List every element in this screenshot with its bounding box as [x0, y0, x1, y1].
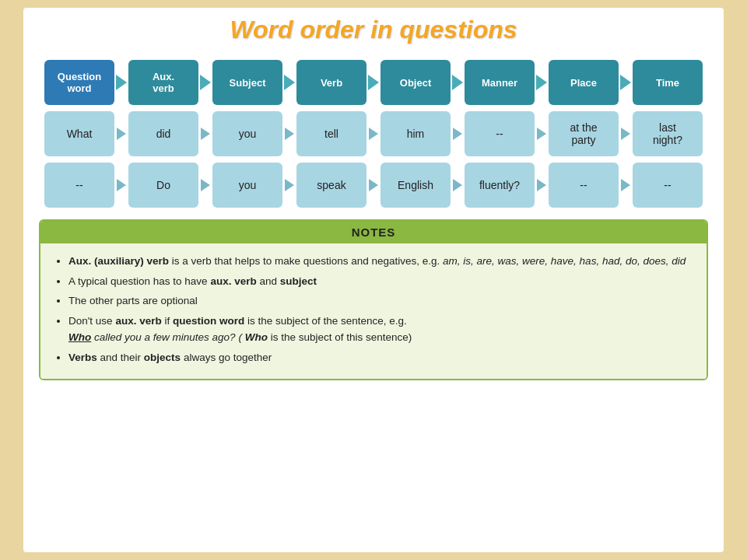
header-verb: Verb — [296, 60, 366, 105]
row1-cell-2: you — [212, 111, 282, 156]
note-item-2: A typical question has to have aux. verb… — [68, 273, 694, 290]
row2-cell-6: -- — [549, 163, 619, 208]
page-title: Word order in questions — [39, 16, 708, 44]
header-manner: Manner — [465, 60, 535, 105]
row2-cell-5: fluently? — [465, 163, 535, 208]
small-arrow-r1-5 — [451, 128, 465, 140]
row1-cell-1: did — [128, 111, 198, 156]
row1-cell-5: -- — [465, 111, 535, 156]
note5-text2: always go together — [184, 352, 272, 363]
row2-cell-0: -- — [44, 163, 114, 208]
row1-cell-0: What — [44, 111, 114, 156]
small-arrow-r2-4 — [366, 179, 381, 191]
note4-text3: is the subject of the sentence, e.g. — [247, 315, 407, 327]
notes-heading: NOTES — [40, 221, 707, 243]
arrow-7 — [619, 75, 633, 90]
row2-cell-7: -- — [633, 163, 703, 208]
arrow-1 — [114, 75, 128, 90]
row1-cell-4: him — [381, 111, 451, 156]
notes-body: Aux. (auxiliary) verb is a verb that hel… — [40, 243, 707, 379]
small-arrow-r1-6 — [535, 128, 549, 140]
note-item-3: The other parts are optional — [68, 292, 694, 310]
small-arrow-r1-2 — [198, 128, 212, 140]
header-time: Time — [633, 60, 703, 105]
note4-who1: Who — [68, 331, 91, 343]
row1-cell-3: tell — [296, 111, 366, 156]
note4-text1: Don't use — [68, 315, 115, 327]
data-row-2: -- Do you speak English fluently? -- -- — [39, 163, 708, 208]
note2-bold1: aux. verb — [210, 275, 256, 287]
note-item-1: Aux. (auxiliary) verb is a verb that hel… — [68, 253, 694, 270]
header-place: Place — [549, 60, 619, 105]
note4-italic: called you a few minutes ago? ( — [94, 331, 242, 343]
row2-cell-2: you — [212, 163, 282, 208]
header-question-word: Questionword — [44, 60, 114, 105]
note1-italic: am, is, are, was, were, have, has, had, … — [443, 255, 686, 267]
small-arrow-r2-1 — [114, 179, 128, 191]
note5-bold1: Verbs — [68, 352, 97, 363]
row1-cell-7: lastnight? — [633, 111, 703, 156]
note4-text4: is the subject of this sentence) — [271, 331, 412, 343]
small-arrow-r1-1 — [114, 128, 128, 140]
header-row: Questionword Aux.verb Subject Verb Objec… — [39, 60, 708, 105]
arrow-2 — [198, 75, 212, 90]
row2-cell-3: speak — [296, 163, 366, 208]
note-item-4: Don't use aux. verb if question word is … — [68, 313, 694, 346]
note4-bold1: aux. verb — [115, 315, 161, 327]
row1-cell-6: at theparty — [549, 111, 619, 156]
note4-bold2: question word — [173, 315, 244, 327]
note-item-5: Verbs and their objects always go togeth… — [68, 349, 694, 366]
small-arrow-r2-3 — [282, 179, 296, 191]
data-row-1: What did you tell him -- at theparty las… — [39, 111, 708, 156]
header-aux-verb: Aux.verb — [128, 60, 198, 105]
small-arrow-r1-4 — [366, 128, 381, 140]
note2-text1: A typical question has to have — [68, 275, 210, 287]
note2-bold2: subject — [280, 275, 317, 287]
note4-who2: Who — [245, 331, 268, 343]
small-arrow-r1-3 — [282, 128, 296, 140]
arrow-3 — [282, 75, 296, 90]
small-arrow-r2-7 — [619, 179, 633, 191]
note5-bold2: objects — [144, 352, 181, 363]
small-arrow-r2-2 — [198, 179, 212, 191]
notes-container: NOTES Aux. (auxiliary) verb is a verb th… — [39, 219, 708, 380]
arrow-4 — [366, 75, 381, 90]
main-container: Word order in questions Questionword Aux… — [23, 8, 724, 552]
note3-text: The other parts are optional — [68, 295, 198, 306]
note1-text1: is a verb that helps to make questions a… — [172, 255, 443, 267]
row2-cell-1: Do — [128, 163, 198, 208]
small-arrow-r2-5 — [451, 179, 465, 191]
row2-cell-4: English — [381, 163, 451, 208]
header-object: Object — [381, 60, 451, 105]
note4-text2: if — [164, 315, 173, 327]
arrow-5 — [451, 75, 465, 90]
note1-bold: Aux. (auxiliary) verb — [68, 255, 169, 267]
arrow-6 — [535, 75, 549, 90]
small-arrow-r2-6 — [535, 179, 549, 191]
header-subject: Subject — [212, 60, 282, 105]
small-arrow-r1-7 — [619, 128, 633, 140]
note2-text2: and — [259, 275, 279, 287]
note5-text1: and their — [100, 352, 144, 363]
